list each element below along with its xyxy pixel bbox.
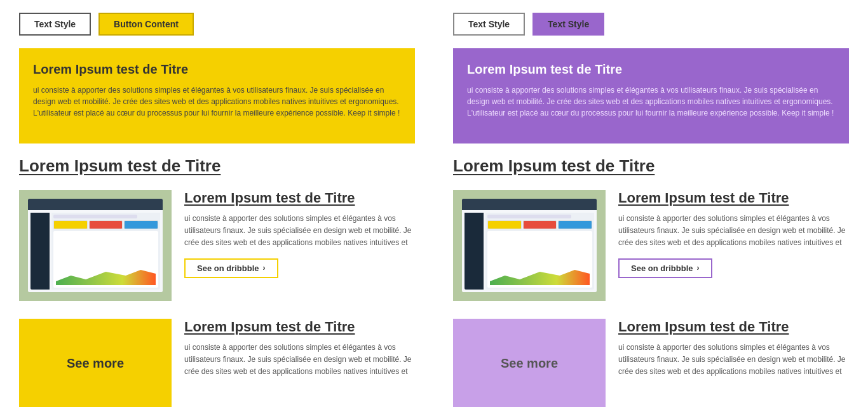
left-dribbble-button[interactable]: See on dribbble ›: [184, 258, 278, 278]
right-project-title: Lorem Ipsum test de Titre: [618, 190, 849, 206]
right-dribbble-label: See on dribbble: [631, 264, 693, 273]
left-see-more-body: ui consiste à apporter des solutions sim…: [184, 342, 415, 378]
left-project-info: Lorem Ipsum test de Titre ui consiste à …: [184, 190, 415, 278]
right-see-more-thumbnail[interactable]: See more: [453, 319, 606, 407]
left-see-more-title: Lorem Ipsum test de Titre: [184, 319, 415, 335]
left-see-more-card: See more Lorem Ipsum test de Titre ui co…: [19, 319, 415, 407]
left-hero-title: Lorem Ipsum test de Titre: [33, 62, 401, 77]
right-project-thumbnail: [453, 190, 606, 301]
right-see-more-card: See more Lorem Ipsum test de Titre ui co…: [453, 319, 849, 407]
left-hero-body: ui consiste à apporter des solutions sim…: [33, 84, 401, 119]
right-hero-title: Lorem Ipsum test de Titre: [467, 62, 835, 77]
left-buttons-row: Text Style Button Content: [19, 13, 415, 36]
right-chevron-icon: ›: [697, 264, 700, 272]
right-see-more-info: Lorem Ipsum test de Titre ui consiste à …: [618, 319, 849, 378]
left-project-thumbnail: [19, 190, 172, 301]
left-hero-card: Lorem Ipsum test de Titre ui consiste à …: [19, 48, 415, 143]
right-text-style-button-2[interactable]: Text Style: [532, 13, 604, 36]
right-column: Text Style Text Style Lorem Ipsum test d…: [434, 0, 868, 407]
left-chevron-icon: ›: [263, 264, 266, 272]
right-see-more-body: ui consiste à apporter des solutions sim…: [618, 342, 849, 378]
left-project-title: Lorem Ipsum test de Titre: [184, 190, 415, 206]
right-project-body: ui consiste à apporter des solutions sim…: [618, 213, 849, 250]
right-section-title: Lorem Ipsum test de Titre: [453, 156, 849, 176]
right-buttons-row: Text Style Text Style: [453, 13, 849, 36]
left-dribbble-label: See on dribbble: [197, 264, 259, 273]
right-project-info: Lorem Ipsum test de Titre ui consiste à …: [618, 190, 849, 278]
left-column: Text Style Button Content Lorem Ipsum te…: [0, 0, 434, 407]
left-section-title: Lorem Ipsum test de Titre: [19, 156, 415, 176]
right-text-style-button-1[interactable]: Text Style: [453, 13, 525, 36]
right-see-more-title: Lorem Ipsum test de Titre: [618, 319, 849, 335]
left-see-more-thumbnail[interactable]: See more: [19, 319, 172, 407]
right-hero-card: Lorem Ipsum test de Titre ui consiste à …: [453, 48, 849, 143]
right-project-card: Lorem Ipsum test de Titre ui consiste à …: [453, 190, 849, 301]
right-see-more-label: See more: [501, 356, 558, 371]
left-project-card: Lorem Ipsum test de Titre ui consiste à …: [19, 190, 415, 301]
right-hero-body: ui consiste à apporter des solutions sim…: [467, 84, 835, 119]
left-text-style-button[interactable]: Text Style: [19, 13, 91, 36]
right-dribbble-button[interactable]: See on dribbble ›: [618, 258, 712, 278]
left-project-body: ui consiste à apporter des solutions sim…: [184, 213, 415, 250]
left-see-more-info: Lorem Ipsum test de Titre ui consiste à …: [184, 319, 415, 378]
left-button-content-button[interactable]: Button Content: [98, 13, 194, 36]
left-see-more-label: See more: [67, 356, 124, 371]
